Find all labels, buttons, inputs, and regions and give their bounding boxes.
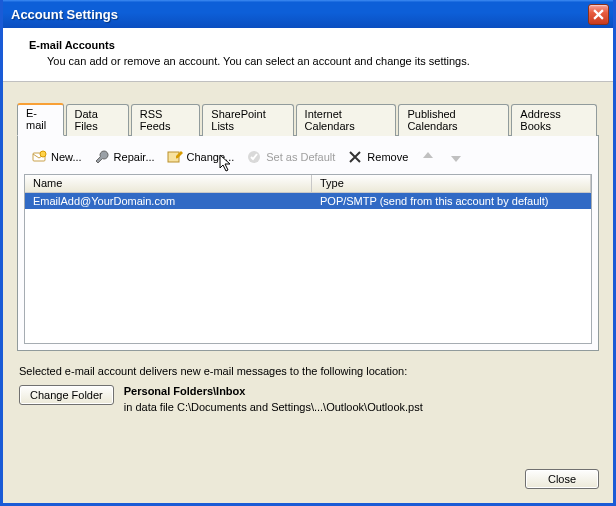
remove-button[interactable]: Remove [342, 146, 413, 168]
account-settings-window: Account Settings E-mail Accounts You can… [0, 0, 616, 506]
footer: Close [3, 459, 613, 503]
delivery-info: Personal Folders\Inbox in data file C:\D… [124, 385, 423, 413]
tab-rss-feeds[interactable]: RSS Feeds [131, 104, 200, 136]
set-default-button[interactable]: Set as Default [241, 146, 340, 168]
change-button[interactable]: Change... [162, 146, 240, 168]
toolbar-label: New... [51, 151, 82, 163]
header: E-mail Accounts You can add or remove an… [3, 28, 613, 82]
remove-icon [347, 149, 363, 165]
new-icon [31, 149, 47, 165]
arrow-up-icon [420, 149, 436, 165]
tab-internet-calendars[interactable]: Internet Calendars [296, 104, 397, 136]
tab-label: Published Calendars [407, 108, 457, 132]
close-button[interactable] [588, 4, 609, 25]
delivery-intro: Selected e-mail account delivers new e-m… [19, 365, 597, 377]
tab-label: Data Files [75, 108, 98, 132]
toolbar-label: Change... [187, 151, 235, 163]
change-folder-button[interactable]: Change Folder [19, 385, 114, 405]
delivery-section: Selected e-mail account delivers new e-m… [17, 365, 599, 413]
change-icon [167, 149, 183, 165]
content-area: E-mail Accounts You can add or remove an… [3, 28, 613, 503]
body: E-mail Data Files RSS Feeds SharePoint L… [3, 82, 613, 459]
tab-sharepoint-lists[interactable]: SharePoint Lists [202, 104, 293, 136]
header-subtitle: You can add or remove an account. You ca… [47, 55, 593, 67]
new-button[interactable]: New... [26, 146, 87, 168]
titlebar[interactable]: Account Settings [3, 0, 613, 28]
toolbar-label: Set as Default [266, 151, 335, 163]
arrow-down-icon [448, 149, 464, 165]
close-dialog-button[interactable]: Close [525, 469, 599, 489]
tab-label: RSS Feeds [140, 108, 171, 132]
toolbar-label: Repair... [114, 151, 155, 163]
tab-label: Address Books [520, 108, 560, 132]
toolbar: New... Repair... Change... [24, 146, 592, 174]
repair-button[interactable]: Repair... [89, 146, 160, 168]
close-icon [593, 9, 604, 20]
repair-icon [94, 149, 110, 165]
cell-name: EmailAdd@YourDomain.com [25, 195, 312, 207]
header-title: E-mail Accounts [29, 39, 593, 51]
account-list[interactable]: Name Type EmailAdd@YourDomain.com POP/SM… [24, 174, 592, 344]
tab-panel: New... Repair... Change... [17, 135, 599, 351]
tab-label: Internet Calendars [305, 108, 355, 132]
tab-published-calendars[interactable]: Published Calendars [398, 104, 509, 136]
list-row[interactable]: EmailAdd@YourDomain.com POP/SMTP (send f… [25, 193, 591, 209]
move-down-button[interactable] [443, 146, 469, 168]
tabs: E-mail Data Files RSS Feeds SharePoint L… [17, 102, 599, 136]
column-header-name[interactable]: Name [25, 175, 312, 192]
delivery-folder: Personal Folders\Inbox [124, 385, 423, 397]
tab-data-files[interactable]: Data Files [66, 104, 129, 136]
cell-type: POP/SMTP (send from this account by defa… [312, 195, 591, 207]
delivery-datafile: in data file C:\Documents and Settings\.… [124, 401, 423, 413]
column-header-type[interactable]: Type [312, 175, 591, 192]
tab-label: SharePoint Lists [211, 108, 265, 132]
svg-point-1 [40, 151, 46, 157]
move-up-button[interactable] [415, 146, 441, 168]
toolbar-label: Remove [367, 151, 408, 163]
check-icon [246, 149, 262, 165]
tab-email[interactable]: E-mail [17, 103, 64, 136]
tab-address-books[interactable]: Address Books [511, 104, 597, 136]
tab-label: E-mail [26, 107, 46, 131]
list-header: Name Type [25, 175, 591, 193]
window-title: Account Settings [11, 7, 588, 22]
